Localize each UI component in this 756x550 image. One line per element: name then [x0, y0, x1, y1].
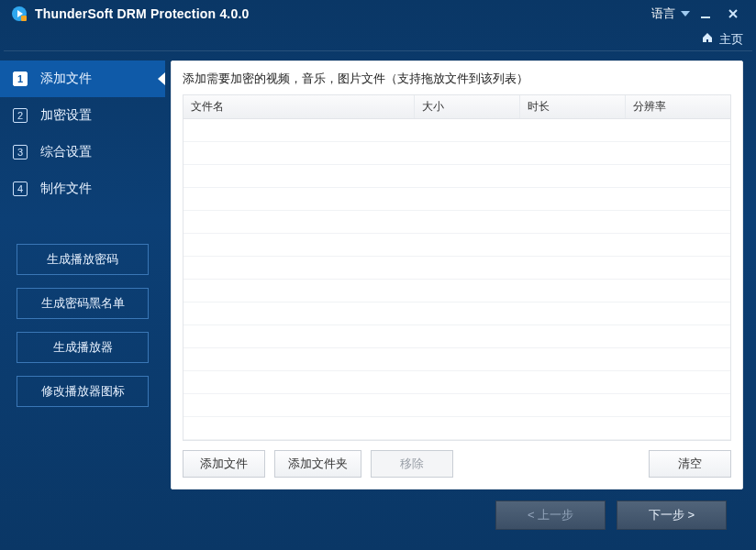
- home-icon: [701, 31, 714, 47]
- panel-instruction: 添加需要加密的视频，音乐，图片文件（支持拖放文件到该列表）: [183, 71, 731, 87]
- step-number-icon: 3: [13, 145, 28, 160]
- minimize-button[interactable]: [694, 2, 717, 26]
- remove-button[interactable]: 移除: [371, 450, 453, 478]
- table-row[interactable]: [183, 257, 730, 280]
- table-row[interactable]: [183, 188, 730, 211]
- col-size[interactable]: 大小: [415, 95, 520, 118]
- step-label: 综合设置: [40, 144, 92, 160]
- table-row[interactable]: [183, 280, 730, 302]
- step-number-icon: 1: [13, 72, 28, 86]
- table-header: 文件名 大小 时长 分辨率: [183, 95, 730, 119]
- table-row[interactable]: [183, 394, 730, 417]
- table-body[interactable]: [183, 119, 730, 440]
- breadcrumb-bar: 主页: [0, 28, 756, 50]
- titlebar: ThunderSoft DRM Protection 4.0.0 语言: [0, 0, 756, 28]
- step-number-icon: 4: [13, 182, 28, 196]
- sidebar-step-3[interactable]: 3综合设置: [0, 134, 165, 170]
- prev-step-button[interactable]: < 上一步: [495, 500, 606, 530]
- step-label: 添加文件: [40, 71, 92, 87]
- close-button[interactable]: [721, 2, 745, 26]
- table-row[interactable]: [183, 417, 730, 440]
- language-menu[interactable]: 语言: [651, 6, 690, 22]
- app-title: ThunderSoft DRM Protection 4.0.0: [35, 6, 250, 21]
- table-row[interactable]: [183, 211, 730, 234]
- table-row[interactable]: [183, 348, 730, 371]
- body: 1添加文件2加密设置3综合设置4制作文件 生成播放密码 生成密码黑名单 生成播放…: [0, 51, 756, 550]
- step-label: 加密设置: [40, 107, 92, 124]
- add-folder-button[interactable]: 添加文件夹: [274, 450, 361, 478]
- table-row[interactable]: [183, 119, 730, 142]
- sidebar: 1添加文件2加密设置3综合设置4制作文件 生成播放密码 生成密码黑名单 生成播放…: [0, 51, 165, 550]
- table-row[interactable]: [183, 234, 730, 257]
- gen-player-button[interactable]: 生成播放器: [17, 332, 149, 363]
- app-window: ThunderSoft DRM Protection 4.0.0 语言 主页 1…: [0, 0, 756, 550]
- table-row[interactable]: [183, 371, 730, 394]
- sidebar-actions: 生成播放密码 生成密码黑名单 生成播放器 修改播放器图标: [0, 244, 165, 407]
- gen-play-code-button[interactable]: 生成播放密码: [17, 244, 149, 275]
- sidebar-step-4[interactable]: 4制作文件: [0, 170, 165, 207]
- panel-actions: 添加文件 添加文件夹 移除 清空: [183, 450, 731, 478]
- file-table[interactable]: 文件名 大小 时长 分辨率: [183, 94, 731, 441]
- col-filename[interactable]: 文件名: [183, 95, 415, 118]
- app-logo-icon: [11, 6, 28, 22]
- table-row[interactable]: [183, 325, 730, 348]
- next-step-button[interactable]: 下一步 >: [617, 500, 727, 530]
- gen-blacklist-button[interactable]: 生成密码黑名单: [17, 288, 149, 319]
- add-file-button[interactable]: 添加文件: [183, 450, 265, 478]
- table-row[interactable]: [183, 142, 730, 165]
- add-files-panel: 添加需要加密的视频，音乐，图片文件（支持拖放文件到该列表） 文件名 大小 时长 …: [171, 60, 743, 490]
- clear-button[interactable]: 清空: [649, 450, 731, 478]
- home-link[interactable]: 主页: [701, 31, 743, 48]
- mod-player-icon-button[interactable]: 修改播放器图标: [17, 376, 149, 407]
- step-number-icon: 2: [13, 108, 28, 123]
- sidebar-step-2[interactable]: 2加密设置: [0, 97, 165, 134]
- svg-rect-3: [701, 16, 710, 18]
- table-row[interactable]: [183, 302, 730, 325]
- language-label: 语言: [651, 6, 675, 22]
- step-label: 制作文件: [40, 181, 92, 197]
- col-duration[interactable]: 时长: [520, 95, 626, 118]
- table-row[interactable]: [183, 165, 730, 188]
- main-area: 添加需要加密的视频，音乐，图片文件（支持拖放文件到该列表） 文件名 大小 时长 …: [165, 51, 756, 550]
- sidebar-step-1[interactable]: 1添加文件: [0, 60, 165, 97]
- chevron-down-icon: [681, 11, 690, 16]
- wizard-footer: < 上一步 下一步 >: [171, 490, 743, 541]
- svg-rect-2: [21, 16, 27, 21]
- col-resolution[interactable]: 分辨率: [626, 95, 730, 118]
- home-label: 主页: [719, 31, 743, 48]
